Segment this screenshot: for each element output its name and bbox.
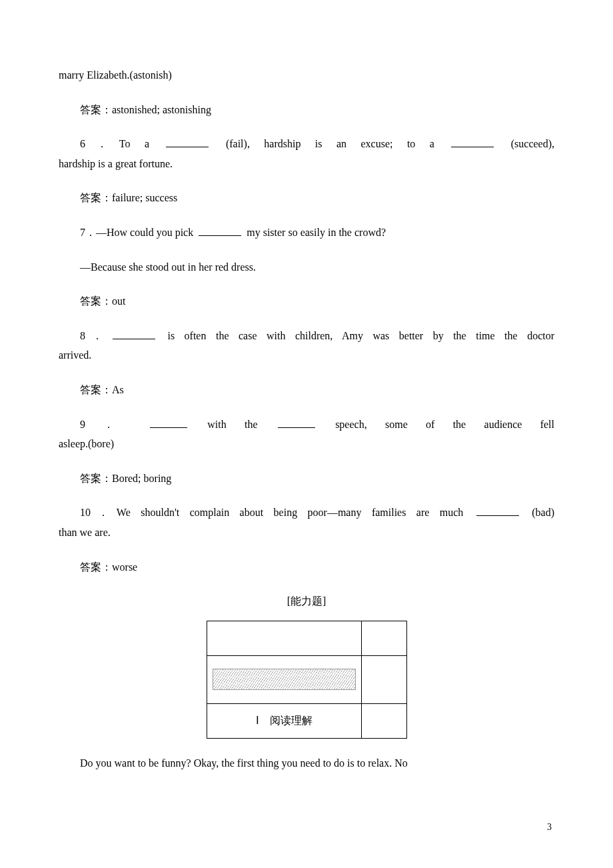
- question6-line1: 6．To a (fail), hardship is an excuse; to…: [59, 135, 554, 153]
- q9-answer: Bored; boring: [112, 473, 171, 484]
- question7-line1: 7．—How could you pick my sister so easil…: [59, 224, 554, 241]
- q6-blank2: [451, 137, 494, 147]
- q5-answer: astonished; astonishing: [112, 104, 211, 115]
- question10-line2: than we are.: [59, 524, 554, 541]
- q10-line2-text: than we are.: [59, 527, 111, 538]
- q8-answer-line: 答案：As: [59, 381, 554, 399]
- question9-line2: asleep.(bore): [59, 435, 554, 453]
- q6-line2-text: hardship is a great fortune.: [59, 158, 173, 169]
- q8-line2-text: arrived.: [59, 349, 91, 361]
- q10-text-b: (bad): [522, 507, 554, 518]
- q9-blank2: [278, 417, 315, 428]
- table-row: Ⅰ 阅读理解: [207, 703, 406, 738]
- q9-line2-text: asleep.(bore): [59, 438, 114, 449]
- question8-line1: 8． is often the case with children, Amy …: [59, 327, 554, 345]
- q9-blank1: [150, 417, 187, 428]
- section-table-wrap: Ⅰ 阅读理解: [59, 621, 554, 739]
- closing-paragraph: Do you want to be funny? Okay, the first…: [59, 755, 554, 772]
- answer-label: 答案：: [80, 104, 112, 115]
- q6-part1: 6．To a: [80, 138, 163, 149]
- table-row: [207, 655, 406, 703]
- q5-fragment-text: marry Elizabeth.(astonish): [59, 69, 172, 81]
- q10-answer-line: 答案：worse: [59, 559, 554, 576]
- q8-blank: [113, 329, 155, 339]
- table-cell-empty: [361, 703, 406, 738]
- page-number-text: 3: [547, 822, 552, 832]
- q6-answer: failure; success: [112, 192, 177, 203]
- question7-line2: —Because she stood out in her red dress.: [59, 259, 554, 276]
- table-cell-empty: [207, 621, 361, 655]
- question5-fragment: marry Elizabeth.(astonish): [59, 67, 554, 84]
- page-number: 3: [547, 820, 552, 835]
- q9-answer-line: 答案：Bored; boring: [59, 470, 554, 487]
- q7-text-a: 7．—How could you pick: [80, 227, 196, 238]
- q6-hint1: (fail), hardship is an excuse; to a: [211, 138, 448, 149]
- q6-hint2: (succeed),: [496, 138, 554, 149]
- q5-answer-line: 答案：astonished; astonishing: [59, 101, 554, 119]
- answer-label: 答案：: [80, 384, 112, 395]
- question9-line1: 9 ． with the speech, some of the audienc…: [59, 416, 554, 433]
- section-title: [能力题]: [59, 593, 554, 610]
- q9-text-b: with the: [189, 419, 276, 430]
- question10-line1: 10．We shouldn't complain about being poo…: [59, 504, 554, 521]
- closing-text: Do you want to be funny? Okay, the first…: [80, 757, 408, 769]
- q8-answer: As: [112, 384, 124, 395]
- table-cell-empty: [361, 621, 406, 655]
- q8-text-a: 8．: [80, 330, 110, 341]
- answer-label: 答案：: [80, 473, 112, 484]
- q7-answer-line: 答案：out: [59, 293, 554, 310]
- section-title-text: [能力题]: [287, 595, 326, 607]
- q6-blank1: [166, 137, 209, 147]
- q10-blank: [476, 505, 519, 516]
- q9-text-c: speech, some of the audience fell: [317, 419, 554, 430]
- table-cell-label: Ⅰ 阅读理解: [207, 703, 361, 738]
- q10-answer: worse: [112, 561, 137, 573]
- q6-answer-line: 答案：failure; success: [59, 189, 554, 207]
- q7-answer: out: [112, 295, 125, 307]
- q7-blank: [199, 225, 241, 236]
- section-table: Ⅰ 阅读理解: [207, 621, 407, 739]
- answer-label: 答案：: [80, 561, 112, 573]
- answer-label: 答案：: [80, 295, 112, 307]
- q7-text-b: my sister so easily in the crowd?: [244, 227, 386, 238]
- hatch-pattern: [213, 669, 356, 690]
- answer-label: 答案：: [80, 192, 112, 203]
- question6-line2: hardship is a great fortune.: [59, 155, 554, 173]
- question8-line2: arrived.: [59, 347, 554, 364]
- table-row: [207, 621, 406, 655]
- q10-text-a: 10．We shouldn't complain about being poo…: [80, 507, 474, 518]
- q9-text-a: 9 ．: [80, 419, 148, 430]
- table-cell-hatch: [207, 655, 361, 703]
- table-cell-empty: [361, 655, 406, 703]
- q8-text-b: is often the case with children, Amy was…: [158, 330, 554, 341]
- q7-line2-text: —Because she stood out in her red dress.: [80, 261, 256, 273]
- table-label-text: Ⅰ 阅读理解: [256, 715, 312, 726]
